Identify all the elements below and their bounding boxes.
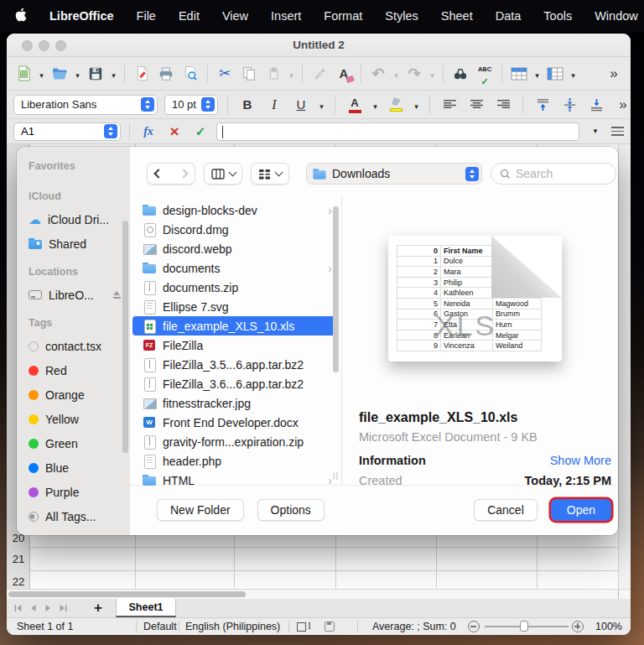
menu-edit[interactable]: Edit xyxy=(179,9,200,23)
accept-button[interactable] xyxy=(190,121,210,143)
column-resize-handle[interactable]: || xyxy=(333,471,340,480)
menu-window[interactable]: Window xyxy=(595,9,638,23)
align-bottom-button[interactable] xyxy=(586,94,606,116)
save-dropdown-caret-icon[interactable] xyxy=(110,66,117,81)
formatting-overflow-button[interactable] xyxy=(613,94,631,116)
menu-format[interactable]: Format xyxy=(324,9,362,23)
show-more-link[interactable]: Show More xyxy=(550,454,611,467)
paste-dropdown-caret-icon[interactable] xyxy=(288,66,295,81)
sidebar-handle-icon[interactable] xyxy=(611,127,624,136)
search-field[interactable]: Search xyxy=(491,163,616,185)
close-window-button[interactable] xyxy=(22,40,33,51)
file-row[interactable]: design-blocks-dev xyxy=(132,200,339,220)
print-button[interactable] xyxy=(156,63,176,85)
export-pdf-button[interactable] xyxy=(132,63,152,85)
file-row[interactable]: documents.zip xyxy=(132,278,339,297)
print-preview-button[interactable] xyxy=(180,63,200,85)
open-button-highlighted[interactable]: Open xyxy=(551,499,611,521)
menu-view[interactable]: View xyxy=(222,9,248,23)
first-sheet-icon[interactable] xyxy=(13,604,23,612)
add-sheet-button[interactable] xyxy=(94,599,102,617)
file-list-scrollbar[interactable] xyxy=(333,206,339,372)
bold-button[interactable] xyxy=(237,94,257,116)
new-dropdown-caret-icon[interactable] xyxy=(38,66,45,81)
file-row[interactable]: fitnesstracker.jpg xyxy=(132,393,339,413)
back-button[interactable] xyxy=(153,169,163,178)
row-header-22[interactable]: 22 xyxy=(7,575,30,588)
italic-button[interactable] xyxy=(264,94,284,116)
file-row[interactable]: documents xyxy=(132,258,339,278)
sidebar-tag-blue[interactable]: Blue xyxy=(29,455,130,480)
file-row[interactable]: FileZilla_3.6...6.app.tar.bz2 xyxy=(132,374,339,393)
group-view-button[interactable] xyxy=(251,163,289,185)
file-row[interactable]: Ellipse 7.svg xyxy=(132,297,339,316)
page-style[interactable]: Default xyxy=(143,621,177,632)
menu-tools[interactable]: Tools xyxy=(543,9,572,23)
underline-button[interactable] xyxy=(291,94,311,116)
location-popup[interactable]: Downloads xyxy=(306,163,482,185)
menu-insert[interactable]: Insert xyxy=(271,9,301,23)
new-spreadsheet-button[interactable] xyxy=(13,63,34,85)
zoom-slider-thumb[interactable] xyxy=(520,621,528,632)
save-button[interactable] xyxy=(86,63,106,85)
open-dropdown-caret-icon[interactable] xyxy=(74,66,81,81)
menu-file[interactable]: File xyxy=(137,9,156,23)
insert-column-button[interactable] xyxy=(545,63,565,85)
zoom-out-button[interactable] xyxy=(468,621,480,632)
undo-dropdown-caret-icon[interactable] xyxy=(392,66,400,81)
sum-average-status[interactable]: Average: ; Sum: 0 xyxy=(372,621,456,632)
font-size-combobox[interactable]: 10 pt xyxy=(164,95,218,115)
apple-menu[interactable] xyxy=(15,8,27,24)
align-top-button[interactable] xyxy=(532,94,553,116)
sidebar-item-icloud-drive[interactable]: iCloud Dri... xyxy=(29,207,130,231)
file-row[interactable]: Discord.dmg xyxy=(132,220,339,239)
redo-button[interactable] xyxy=(404,63,424,85)
cancel-button[interactable]: Cancel xyxy=(474,499,538,521)
sidebar-item-libreoffice-volume[interactable]: LibreO... xyxy=(29,283,130,307)
align-right-button[interactable] xyxy=(493,94,513,116)
language-status[interactable]: English (Philippines) xyxy=(185,621,280,632)
file-row[interactable]: Front End Developer.docx xyxy=(132,413,339,432)
eject-icon[interactable] xyxy=(112,291,122,299)
sidebar-tag-green[interactable]: Green xyxy=(29,431,130,455)
sidebar-tag-red[interactable]: Red xyxy=(29,358,130,382)
sidebar-tag-yellow[interactable]: Yellow xyxy=(29,407,130,431)
sidebar-tag-contact[interactable]: contact.tsx xyxy=(29,334,130,358)
expand-formula-bar-button[interactable] xyxy=(585,121,605,143)
center-vertically-button[interactable] xyxy=(559,94,579,116)
font-color-button[interactable] xyxy=(345,94,365,116)
horizontal-scrollbar-thumb[interactable] xyxy=(8,591,246,597)
redo-dropdown-caret-icon[interactable] xyxy=(428,66,436,81)
title-bar[interactable]: Untitled 2 xyxy=(7,34,631,57)
font-color-caret-icon[interactable] xyxy=(371,97,379,112)
align-left-button[interactable] xyxy=(439,94,460,116)
file-row[interactable]: header.php xyxy=(132,451,339,471)
insert-column-caret-icon[interactable] xyxy=(569,66,577,81)
paste-button[interactable] xyxy=(263,63,283,85)
sidebar-scrollbar[interactable] xyxy=(122,221,128,453)
sidebar-item-shared[interactable]: Shared xyxy=(29,231,130,256)
minimize-window-button[interactable] xyxy=(39,40,49,51)
highlight-color-caret-icon[interactable] xyxy=(413,97,420,112)
menu-styles[interactable]: Styles xyxy=(385,9,418,23)
sheet-tab-sheet1[interactable]: Sheet1 xyxy=(116,599,176,617)
insert-row-caret-icon[interactable] xyxy=(533,66,541,81)
zoom-in-button[interactable] xyxy=(572,621,584,632)
menu-data[interactable]: Data xyxy=(496,9,522,23)
cut-button[interactable] xyxy=(215,63,235,85)
underline-caret-icon[interactable] xyxy=(318,97,325,112)
align-center-button[interactable] xyxy=(466,94,486,116)
row-header-21[interactable]: 21 xyxy=(7,553,30,565)
find-replace-button[interactable] xyxy=(450,63,470,85)
sidebar-all-tags[interactable]: All Tags... xyxy=(29,504,130,528)
vertical-scrollbar[interactable] xyxy=(618,144,631,589)
column-view-button[interactable] xyxy=(204,163,242,185)
sidebar-tag-orange[interactable]: Orange xyxy=(29,382,130,407)
file-row[interactable]: FileZilla_3.5...6.app.tar.bz2 xyxy=(132,355,339,374)
spelling-button[interactable] xyxy=(475,63,495,85)
file-row[interactable]: discord.webp xyxy=(132,239,339,258)
previous-sheet-icon[interactable] xyxy=(29,604,38,612)
options-button[interactable]: Options xyxy=(257,499,325,521)
undo-button[interactable] xyxy=(368,63,388,85)
font-name-combobox[interactable]: Liberation Sans xyxy=(13,95,158,115)
